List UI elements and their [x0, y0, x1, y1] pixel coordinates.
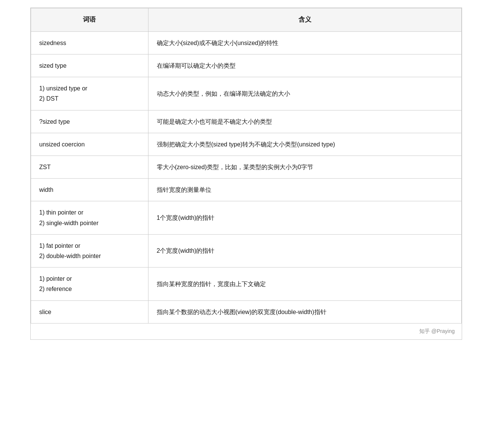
- header-meaning: 含义: [148, 8, 461, 32]
- cell-meaning: 在编译期可以确定大小的类型: [148, 54, 461, 77]
- table-row: 1) pointer or 2) reference指向某种宽度的指针，宽度由上…: [31, 268, 461, 300]
- footer-attribution: 知乎 @Praying: [31, 324, 462, 339]
- cell-meaning: 动态大小的类型，例如，在编译期无法确定的大小: [148, 77, 461, 110]
- cell-meaning: 零大小(zero-sized)类型，比如，某类型的实例大小为0字节: [148, 156, 461, 179]
- cell-term: 1) unsized type or 2) DST: [31, 77, 148, 110]
- cell-meaning: 2个宽度(width)的指针: [148, 234, 461, 267]
- table-row: slice指向某个数据的动态大小视图(view)的双宽度(double-widt…: [31, 300, 461, 323]
- table-row: 1) fat pointer or 2) double-width pointe…: [31, 234, 461, 267]
- table-row: ZST零大小(zero-sized)类型，比如，某类型的实例大小为0字节: [31, 156, 461, 179]
- cell-term: width: [31, 179, 148, 201]
- cell-meaning: 指向某个数据的动态大小视图(view)的双宽度(double-width)指针: [148, 300, 461, 323]
- table-row: sizedness确定大小(sized)或不确定大小(unsized)的特性: [31, 31, 461, 54]
- table-row: 1) unsized type or 2) DST动态大小的类型，例如，在编译期…: [31, 77, 461, 110]
- cell-term: unsized coercion: [31, 133, 148, 156]
- cell-meaning: 1个宽度(width)的指针: [148, 201, 461, 234]
- table-row: width指针宽度的测量单位: [31, 179, 461, 201]
- glossary-table: 词语 含义 sizedness确定大小(sized)或不确定大小(unsized…: [31, 8, 462, 324]
- table-row: unsized coercion强制把确定大小类型(sized type)转为不…: [31, 133, 461, 156]
- cell-term: sizedness: [31, 31, 148, 54]
- table-row: 1) thin pointer or 2) single-width point…: [31, 201, 461, 234]
- header-term: 词语: [31, 8, 148, 32]
- cell-meaning: 强制把确定大小类型(sized type)转为不确定大小类型(unsized t…: [148, 133, 461, 156]
- cell-meaning: 可能是确定大小也可能是不确定大小的类型: [148, 110, 461, 133]
- cell-term: ZST: [31, 156, 148, 179]
- glossary-table-container: 词语 含义 sizedness确定大小(sized)或不确定大小(unsized…: [30, 8, 462, 340]
- cell-term: 1) fat pointer or 2) double-width pointe…: [31, 234, 148, 267]
- cell-term: sized type: [31, 54, 148, 77]
- table-row: sized type在编译期可以确定大小的类型: [31, 54, 461, 77]
- cell-meaning: 指向某种宽度的指针，宽度由上下文确定: [148, 268, 461, 300]
- table-row: ?sized type可能是确定大小也可能是不确定大小的类型: [31, 110, 461, 133]
- cell-term: slice: [31, 300, 148, 323]
- table-header-row: 词语 含义: [31, 8, 461, 32]
- cell-term: 1) thin pointer or 2) single-width point…: [31, 201, 148, 234]
- cell-meaning: 确定大小(sized)或不确定大小(unsized)的特性: [148, 31, 461, 54]
- cell-meaning: 指针宽度的测量单位: [148, 179, 461, 201]
- cell-term: ?sized type: [31, 110, 148, 133]
- cell-term: 1) pointer or 2) reference: [31, 268, 148, 300]
